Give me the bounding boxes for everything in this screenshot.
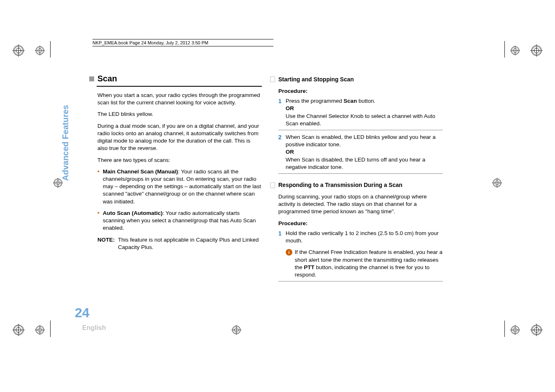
- resp1-text: Hold the radio vertically 1 to 2 inches …: [286, 230, 439, 244]
- scan-heading: Scan: [89, 73, 262, 84]
- procedure-label-2: Procedure:: [278, 220, 443, 227]
- intro-paragraph-2: The LED blinks yellow.: [97, 111, 262, 118]
- or-2: OR: [286, 149, 294, 155]
- note-text: This feature is not applicable in Capaci…: [118, 236, 262, 251]
- registration-mark-icon: [510, 46, 520, 56]
- step-1-text: Press the programmed Scan button. OR Use…: [286, 97, 443, 127]
- step-number: 1: [278, 97, 282, 127]
- step-number: 2: [278, 134, 282, 171]
- bullet-main-channel-scan: • Main Channel Scan (Manual): Your radio…: [97, 168, 262, 205]
- bullet-main-text: Main Channel Scan (Manual): Your radio s…: [103, 168, 262, 205]
- procedure-label-1: Procedure:: [278, 88, 443, 95]
- note: NOTE: This feature is not applicable in …: [97, 236, 262, 251]
- bullet-dot-icon: •: [97, 210, 99, 232]
- heading-rule: [97, 86, 262, 87]
- scan-heading-text: Scan: [97, 73, 117, 84]
- intro-paragraph-4: There are two types of scans:: [97, 157, 262, 164]
- procedure-colon: :: [306, 88, 308, 94]
- step1-b: button.: [357, 98, 375, 104]
- right-column: Starting and Stopping Scan Procedure: 1 …: [278, 76, 443, 285]
- step1-scan: Scan: [344, 98, 357, 104]
- step-separator: [278, 173, 443, 174]
- step-2-text: When Scan is enabled, the LED blinks yel…: [286, 134, 443, 171]
- registration-mark-icon: [530, 324, 543, 336]
- page-icon: [270, 182, 275, 188]
- crop-line: [504, 41, 505, 58]
- registration-mark-icon: [12, 44, 25, 57]
- step1-c: Use the Channel Selector Knob to select …: [286, 113, 435, 127]
- intro-paragraph-3: During a dual mode scan, if you are on a…: [97, 122, 262, 152]
- intro-paragraph-1: When you start a scan, your radio cycles…: [97, 92, 262, 106]
- procedure-bold: Procedure: [278, 88, 306, 94]
- left-column: Scan When you start a scan, your radio c…: [97, 73, 262, 285]
- crop-line: [50, 321, 51, 337]
- step-separator: [278, 130, 443, 130]
- bullet-dot-icon: •: [97, 168, 99, 205]
- start-stop-heading: Starting and Stopping Scan: [270, 76, 443, 83]
- bullet1-bold: Main Channel Scan (Manual): [103, 168, 178, 175]
- bullet2-bold: Auto Scan (Automatic): [103, 210, 163, 216]
- responding-intro: During scanning, your radio stops on a c…: [278, 193, 443, 216]
- info-b: button, indicating the channel is free f…: [295, 264, 430, 278]
- info-text: If the Channel Free Indication feature i…: [295, 249, 443, 279]
- resp-step-1: 1 Hold the radio vertically 1 to 2 inche…: [278, 230, 443, 279]
- resp-step-1-text: Hold the radio vertically 1 to 2 inches …: [286, 230, 443, 279]
- registration-mark-icon: [510, 325, 520, 335]
- language-label: English: [82, 324, 106, 332]
- or-1: OR: [286, 105, 294, 111]
- info-note: i If the Channel Free Indication feature…: [286, 249, 443, 279]
- registration-mark-icon: [530, 44, 543, 57]
- ptt-bold: PTT: [304, 264, 314, 270]
- registration-mark-icon: [231, 325, 242, 335]
- step2-b: When Scan is disabled, the LED turns off…: [286, 157, 426, 170]
- square-bullet-icon: [89, 76, 94, 81]
- step2-a: When Scan is enabled, the LED blinks yel…: [286, 134, 436, 148]
- registration-mark-icon: [12, 324, 25, 336]
- step1-a: Press the programmed: [286, 98, 344, 104]
- page-icon: [270, 76, 275, 82]
- registration-mark-icon: [492, 178, 502, 188]
- registration-mark-icon: [53, 178, 63, 188]
- crop-line: [504, 321, 505, 337]
- step-number: 1: [278, 230, 282, 279]
- page-header: NKP_EMEA.book Page 24 Monday, July 2, 20…: [92, 39, 273, 46]
- section-side-label: Advanced Features: [61, 105, 70, 181]
- info-icon: i: [286, 249, 292, 256]
- registration-mark-icon: [35, 46, 45, 56]
- step-2: 2 When Scan is enabled, the LED blinks y…: [278, 134, 443, 171]
- page-number: 24: [75, 305, 90, 321]
- step-1: 1 Press the programmed Scan button. OR U…: [278, 97, 443, 127]
- step-separator: [278, 281, 443, 281]
- crop-line: [50, 41, 51, 58]
- bullet-auto-scan: • Auto Scan (Automatic): Your radio auto…: [97, 210, 262, 232]
- registration-mark-icon: [35, 325, 45, 335]
- bullet-auto-text: Auto Scan (Automatic): Your radio automa…: [103, 210, 262, 232]
- note-label: NOTE:: [97, 236, 115, 251]
- responding-heading-text: Responding to a Transmission During a Sc…: [278, 181, 402, 189]
- responding-heading: Responding to a Transmission During a Sc…: [270, 181, 443, 189]
- start-stop-heading-text: Starting and Stopping Scan: [278, 76, 354, 83]
